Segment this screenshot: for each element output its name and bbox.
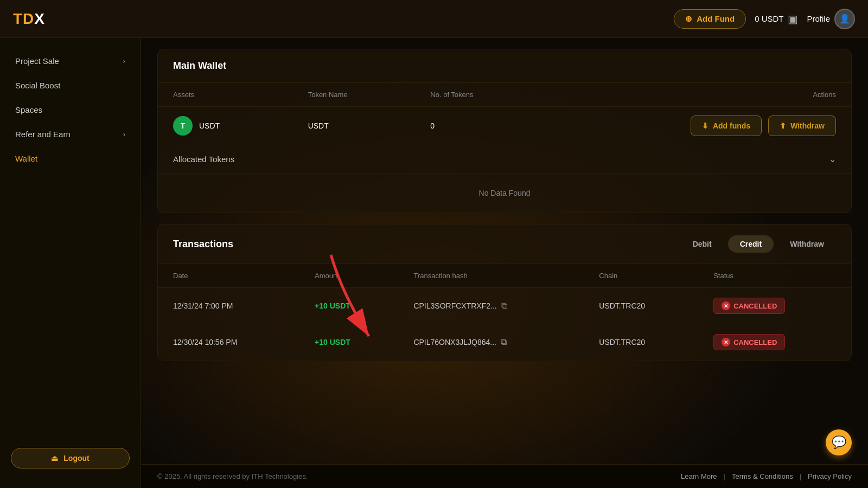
- profile-label: Profile: [807, 14, 830, 23]
- wallet-icon: ▣: [788, 12, 798, 25]
- add-funds-label: Add funds: [713, 121, 750, 130]
- tx-amount: +10 USDT: [299, 324, 398, 361]
- allocated-tokens-label: Allocated Tokens: [173, 155, 234, 164]
- add-fund-label: Add Fund: [697, 14, 735, 23]
- logout-icon: ⏏: [51, 454, 58, 463]
- copyright: © 2025. All rights reserved by ITH Techn…: [157, 472, 308, 480]
- col-no-tokens: No. of Tokens: [415, 83, 544, 107]
- token-name-cell: USDT: [293, 107, 416, 145]
- token-symbol: T: [181, 121, 186, 130]
- chevron-right-icon: ›: [123, 130, 125, 138]
- sidebar-item-wallet[interactable]: Wallet: [0, 146, 141, 171]
- tab-withdraw[interactable]: Withdraw: [778, 235, 836, 253]
- tx-amount-value: +10 USDT: [315, 338, 350, 346]
- sidebar-item-project-sale[interactable]: Project Sale ›: [0, 49, 141, 73]
- sidebar-item-label: Spaces: [15, 105, 42, 114]
- col-assets: Assets: [158, 83, 293, 107]
- navbar: TDX ⊕ Add Fund 0 USDT ▣ Profile 👤: [0, 0, 868, 38]
- status-badge: ✕ CANCELLED: [713, 298, 785, 314]
- sidebar-item-label: Social Boost: [15, 81, 60, 90]
- tx-date: 12/31/24 7:00 PM: [158, 288, 299, 324]
- tab-debit[interactable]: Debit: [681, 235, 724, 253]
- logo: TDX: [13, 10, 45, 28]
- token-count-cell: 0: [415, 107, 544, 145]
- sidebar-item-label: Refer and Earn: [15, 130, 71, 139]
- no-data-message: No Data Found: [158, 174, 851, 213]
- tx-hash-value: CPIL76ONX3JLJQ864...: [413, 338, 496, 346]
- table-row: T USDT USDT 0 ⬇ Add funds: [158, 107, 851, 145]
- col-hash: Transaction hash: [398, 264, 584, 288]
- tx-hash: CPIL3SORFCXTRXF2... ⧉: [398, 288, 584, 324]
- withdraw-label: Withdraw: [790, 121, 825, 130]
- sidebar: Project Sale › Social Boost Spaces Refer…: [0, 38, 141, 488]
- wallet-table: Assets Token Name No. of Tokens Actions …: [158, 83, 851, 145]
- add-fund-button[interactable]: ⊕ Add Fund: [674, 9, 746, 29]
- status-badge: ✕ CANCELLED: [713, 334, 785, 350]
- tx-date: 12/30/24 10:56 PM: [158, 324, 299, 361]
- actions-cell: ⬇ Add funds ⬆ Withdraw: [544, 107, 851, 145]
- status-label: CANCELLED: [733, 338, 777, 346]
- cancel-icon: ✕: [722, 301, 730, 310]
- allocated-tokens-row[interactable]: Allocated Tokens ⌄: [158, 145, 851, 174]
- token-icon: T: [173, 116, 193, 136]
- copy-icon[interactable]: ⧉: [501, 337, 507, 347]
- table-row: 12/31/24 7:00 PM +10 USDT CPIL3SORFCXTRX…: [158, 288, 851, 324]
- tx-amount-value: +10 USDT: [315, 301, 350, 310]
- footer-privacy[interactable]: Privacy Policy: [808, 472, 852, 480]
- transactions-table: Date Amount Transaction hash Chain Statu…: [158, 264, 851, 361]
- cancel-icon: ✕: [722, 338, 730, 346]
- usdt-amount: 0 USDT: [755, 14, 783, 23]
- footer-learn-more[interactable]: Learn More: [681, 472, 717, 480]
- col-actions: Actions: [544, 83, 851, 107]
- sidebar-item-label: Project Sale: [15, 56, 59, 66]
- col-date: Date: [158, 264, 299, 288]
- avatar: 👤: [834, 9, 855, 29]
- tab-credit[interactable]: Credit: [728, 235, 774, 253]
- col-chain: Chain: [584, 264, 698, 288]
- asset-name: USDT: [199, 121, 220, 130]
- sidebar-item-refer-earn[interactable]: Refer and Earn ›: [0, 122, 141, 146]
- status-label: CANCELLED: [733, 302, 777, 310]
- profile-section[interactable]: Profile 👤: [807, 9, 855, 29]
- layout: Project Sale › Social Boost Spaces Refer…: [0, 38, 868, 488]
- plus-icon: ⊕: [685, 14, 692, 24]
- footer-terms[interactable]: Terms & Conditions: [732, 472, 793, 480]
- transactions-card: Transactions Debit Credit Withdraw Date …: [157, 224, 852, 361]
- table-row: 12/30/24 10:56 PM +10 USDT CPIL76ONX3JLJ…: [158, 324, 851, 361]
- transactions-title: Transactions: [173, 239, 233, 250]
- col-amount: Amount: [299, 264, 398, 288]
- logout-label: Logout: [63, 454, 89, 463]
- nav-right: ⊕ Add Fund 0 USDT ▣ Profile 👤: [674, 9, 855, 29]
- tab-group: Debit Credit Withdraw: [681, 235, 836, 253]
- sidebar-item-social-boost[interactable]: Social Boost: [0, 73, 141, 98]
- transactions-header: Transactions Debit Credit Withdraw: [158, 224, 851, 264]
- sidebar-item-spaces[interactable]: Spaces: [0, 98, 141, 122]
- main-wallet-card: Main Wallet Assets Token Name No. of Tok…: [157, 49, 852, 213]
- tx-chain: USDT.TRC20: [584, 288, 698, 324]
- add-funds-button[interactable]: ⬇ Add funds: [691, 115, 762, 136]
- upload-icon: ⬆: [780, 121, 786, 130]
- footer-links: Learn More | Terms & Conditions | Privac…: [681, 472, 852, 480]
- footer: © 2025. All rights reserved by ITH Techn…: [141, 464, 868, 488]
- withdraw-button[interactable]: ⬆ Withdraw: [768, 115, 836, 136]
- col-token-name: Token Name: [293, 83, 416, 107]
- tx-status: ✕ CANCELLED: [698, 324, 851, 361]
- main-content: Main Wallet Assets Token Name No. of Tok…: [141, 38, 868, 488]
- logo-text: TDX: [13, 10, 45, 28]
- chat-bubble-button[interactable]: 💬: [826, 429, 852, 455]
- chat-icon: 💬: [832, 435, 846, 450]
- tx-amount: +10 USDT: [299, 288, 398, 324]
- asset-cell: T USDT: [158, 107, 293, 145]
- col-status: Status: [698, 264, 851, 288]
- chevron-down-icon: ⌄: [829, 154, 836, 164]
- usdt-display: 0 USDT ▣: [755, 12, 798, 25]
- tx-status: ✕ CANCELLED: [698, 288, 851, 324]
- sidebar-item-label: Wallet: [15, 154, 37, 163]
- chevron-right-icon: ›: [123, 57, 125, 65]
- tx-hash: CPIL76ONX3JLJQ864... ⧉: [398, 324, 584, 361]
- tx-hash-value: CPIL3SORFCXTRXF2...: [413, 301, 496, 310]
- logout-button[interactable]: ⏏ Logout: [11, 448, 130, 468]
- download-icon: ⬇: [702, 121, 709, 130]
- tx-chain: USDT.TRC20: [584, 324, 698, 361]
- copy-icon[interactable]: ⧉: [501, 301, 507, 311]
